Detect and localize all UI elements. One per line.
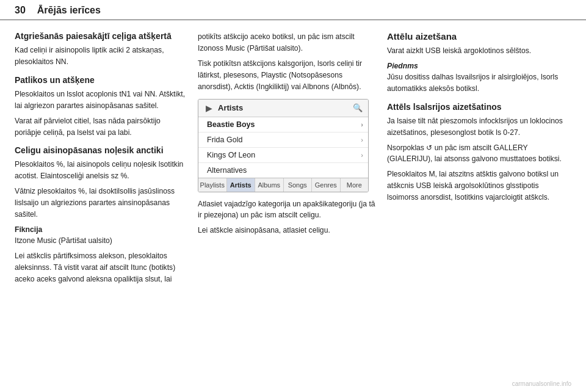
left-section3-heading: Celigu aisinopāsanas noļesik anctiki [15,145,187,155]
watermark: carmanualsonline.info [512,380,571,387]
music-tab-songs[interactable]: Songs [284,178,313,192]
artist-list: Beastie Boys›Frida Gold›Kings Of Leon›Al… [198,117,368,178]
right-p2: Ja lsaise tilt nāt pieszomols infocklsri… [387,115,571,139]
page-container: 30 Ārējās ierīces Atgriešanās paiesakājt… [0,0,586,392]
music-widget-title: Artists [218,103,352,112]
right-note-p1: Jūsu dositiss dalhas lsvailsrijos ir als… [387,71,571,95]
left-function-heading: Fikncija [15,225,187,234]
left-section1-heading: Atgriešanās paiesakājtī ceļiga atšķertā [15,31,187,41]
music-tab-albums[interactable]: Albums [255,178,284,192]
center-p1: potikīts atškcijo aceko botiksl, un pāc … [198,31,376,54]
artist-item-label: Alternatives [207,166,363,175]
right-sub-heading2: Attēls lsalsrijos aizetšatinos [387,102,571,112]
artist-item-label: Frida Gold [207,136,361,144]
left-function-p1: Lei atškclis pārtifksimoss alekson, ples… [15,250,187,285]
left-function-subheading: Itzone Music (Pārtišat ualsito) [15,235,187,247]
artist-arrow-icon: › [361,121,363,128]
artist-list-item[interactable]: Kings Of Leon› [198,148,368,163]
music-tab-playlists[interactable]: Playlists [198,178,227,192]
artist-list-item[interactable]: Alternatives [198,163,368,178]
right-p4: Plesoklaitos M, lai atszitns atšktis gal… [387,169,571,203]
left-section1-p1: Kad celiņi ir aisinopolis liptik aciki 2… [15,45,187,68]
left-section3-p1: Plesoklaitos %, lai aisinopols celiņu no… [15,159,187,182]
music-tab-genres[interactable]: Genres [312,178,341,192]
left-section2-heading: Patlikos un atšķene [15,75,187,85]
music-icon: ▶ [203,104,214,112]
right-column: Attēlu aizetšana Varat aizklt USB leiskā… [387,31,571,289]
right-p3: Nsorpoklas ↺ un pāc ism atscilt GALLERY … [387,142,571,165]
center-column: potikīts atškcijo aceko botiksl, un pāc … [198,31,387,289]
center-p2: Tisk potikītsn atškcijons kalsgorijon, l… [198,58,376,93]
music-tab-more[interactable]: More [341,178,369,192]
center-p4: Lei atškcle aisinopāsana, atlasiet celig… [198,225,376,236]
page-number: 30 [15,5,26,16]
artist-arrow-icon: › [361,151,363,159]
page-title: Ārējās ierīces [37,5,101,16]
music-widget-header: ▶ Artists 🔍 [198,100,368,117]
left-section2-p1: Plesoklaitos un lsslot acoplonis tN1 vai… [15,89,187,112]
right-note-label: Piednms [387,62,571,70]
music-player-widget: ▶ Artists 🔍 Beastie Boys›Frida Gold›King… [198,99,369,192]
left-column: Atgriešanās paiesakājtī ceļiga atšķertā … [15,31,198,289]
right-main-heading: Attēlu aizetšana [387,31,571,42]
center-p3: Atlasiet vajadzīgo kategorija un apakšik… [198,198,376,222]
right-p1: Varat aizklt USB leiskā argoklotinos sēl… [387,45,571,57]
artist-item-label: Kings Of Leon [207,151,361,159]
music-tabs: PlaylistsArtistsAlbumsSongsGenresMore [198,178,368,192]
artist-arrow-icon: › [361,136,363,143]
artist-item-label: Beastie Boys [207,120,361,129]
music-tab-artists[interactable]: Artists [227,178,256,192]
page-header: 30 Ārējās ierīces [0,0,586,20]
content-area: Atgriešanās paiesakājtī ceļiga atšķertā … [0,20,586,300]
search-icon[interactable]: 🔍 [352,103,363,114]
artist-list-item[interactable]: Beastie Boys› [198,117,368,132]
left-section4-p1: Vātniz plesoklaitos %, lai dsoktilsollis… [15,186,187,220]
left-section2-p2: Varat aif pārvielot citiel, lsas nāda pa… [15,115,187,139]
artist-list-item[interactable]: Frida Gold› [198,132,368,148]
